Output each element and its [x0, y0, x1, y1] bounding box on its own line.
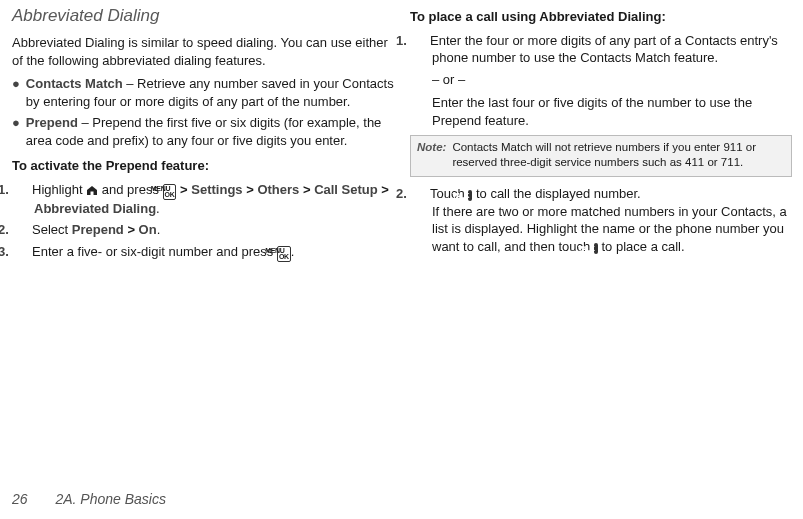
bullet-text: Contacts Match – Retrieve any number sav… [26, 75, 394, 110]
place-call-heading: To place a call using Abbreviated Dialin… [410, 8, 792, 26]
step-text: Highlight and press MENUOK > Settings > … [32, 182, 389, 216]
note-text: Contacts Match will not retrieve numbers… [452, 140, 785, 170]
home-icon [86, 185, 98, 196]
section-title: Abbreviated Dialing [12, 6, 394, 26]
bullet-rest: – Prepend the first five or six digits (… [26, 115, 381, 148]
prepend-alt-text: Enter the last four or five digits of th… [432, 94, 792, 129]
step-text: Touch TALK to call the displayed number.… [430, 186, 787, 254]
step-text: Enter the four or more digits of any par… [430, 33, 778, 66]
activate-heading: To activate the Prepend feature: [12, 157, 394, 175]
step-2: 2.Select Prepend > On. [34, 221, 394, 239]
step-number: 3. [16, 243, 32, 261]
or-divider: – or – [432, 71, 792, 89]
step-text: Select Prepend > On. [32, 222, 160, 237]
term-contacts-match: Contacts Match [26, 76, 123, 91]
right-step-2: 2.Touch TALK to call the displayed numbe… [432, 185, 792, 255]
section-label: 2A. Phone Basics [55, 491, 166, 507]
right-step-1: 1.Enter the four or more digits of any p… [432, 32, 792, 67]
step-number: 2. [414, 185, 430, 203]
term-prepend: Prepend [26, 115, 78, 130]
step-3: 3.Enter a five- or six-digit number and … [34, 243, 394, 262]
step-number: 1. [414, 32, 430, 50]
menu-ok-icon: MENUOK [277, 246, 291, 262]
menu-ok-icon: MENUOK [163, 184, 177, 200]
bullet-contacts-match: ● Contacts Match – Retrieve any number s… [12, 75, 394, 110]
page-footer: 26 2A. Phone Basics [12, 491, 166, 507]
step-number: 2. [16, 221, 32, 239]
bullet-dot: ● [12, 75, 20, 110]
bullet-dot: ● [12, 114, 20, 149]
bullet-text: Prepend – Prepend the first five or six … [26, 114, 394, 149]
page-number: 26 [12, 491, 28, 507]
note-box: Note: Contacts Match will not retrieve n… [410, 135, 792, 177]
bullet-prepend: ● Prepend – Prepend the first five or si… [12, 114, 394, 149]
step-text: Enter a five- or six-digit number and pr… [32, 244, 294, 259]
intro-paragraph: Abbreviated Dialing is similar to speed … [12, 34, 394, 69]
step-number: 1. [16, 181, 32, 199]
step-1: 1.Highlight and press MENUOK > Settings … [34, 181, 394, 218]
note-label: Note: [417, 140, 446, 170]
